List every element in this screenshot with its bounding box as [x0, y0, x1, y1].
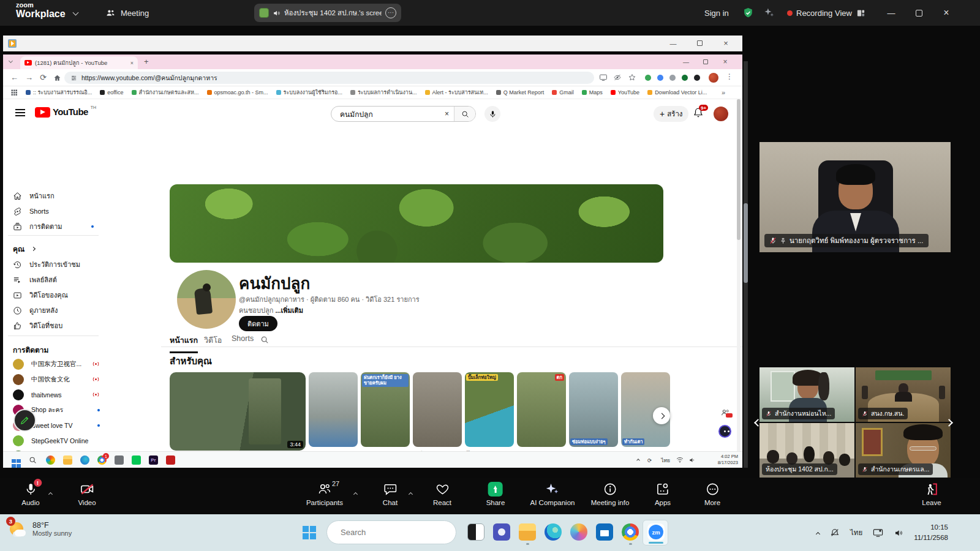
- video-thumbnail[interactable]: ฝนตกเราก็ยังมี ยางขายครับผม: [361, 372, 410, 447]
- channel-description[interactable]: คนชอบปลูก ...เพิ่มเติม: [239, 305, 303, 316]
- channel-tab-shorts[interactable]: Shorts: [232, 334, 254, 348]
- language-indicator[interactable]: ไทย: [661, 452, 670, 468]
- scrollbar-thumb[interactable]: [744, 203, 748, 283]
- participant-video[interactable]: สนง.กษ.สน.: [856, 367, 951, 422]
- apps-grid-icon[interactable]: [10, 89, 18, 96]
- bookmark-item[interactable]: Q Market Report: [496, 89, 545, 96]
- file-explorer-icon[interactable]: [519, 523, 536, 541]
- video-button[interactable]: Video: [78, 481, 96, 506]
- address-bar[interactable]: https://www.youtube.com/@คนมักปลูกมุกดาห…: [64, 72, 594, 84]
- subscription-channel[interactable]: 中国东方卫视官...: [8, 356, 100, 372]
- new-tab-button[interactable]: +: [144, 57, 149, 66]
- video-card[interactable]: 3:44 ทำหมวกกันฝนต้นยางพารา ⋮ การดู 2 พัน…: [170, 372, 306, 451]
- chat-button[interactable]: Chat: [383, 481, 398, 506]
- bookmark-item[interactable]: :: ระบบงานสารบรรณอิ...: [26, 88, 92, 97]
- cast-icon[interactable]: [873, 528, 883, 538]
- youtube-search-bar[interactable]: ×: [331, 106, 476, 122]
- back-button[interactable]: ←: [10, 73, 18, 82]
- video-card[interactable]: ทำหมวกกันฝน ให้ต้น... ⋮ การดู 6.1 พัน คร…: [309, 372, 358, 451]
- sidebar-item-your-videos[interactable]: วิดีโอของคุณ: [8, 288, 100, 302]
- video-thumbnail[interactable]: ตก: [517, 372, 566, 447]
- task-view-button[interactable]: [467, 523, 484, 541]
- react-button[interactable]: React: [433, 481, 451, 506]
- acrobat-icon[interactable]: [166, 455, 175, 465]
- site-settings-icon[interactable]: [70, 75, 77, 81]
- view-button[interactable]: View: [835, 0, 865, 26]
- tab-close-icon[interactable]: ×: [130, 60, 134, 66]
- bookmark-item[interactable]: YouTube: [611, 89, 639, 96]
- start-icon[interactable]: [12, 459, 21, 468]
- ai-companion-button[interactable]: AI Companion: [530, 481, 575, 506]
- participant-video[interactable]: สำนักงานเกษตรแล...: [856, 423, 951, 478]
- notifications-button[interactable]: 9+: [693, 107, 704, 121]
- participants-menu-caret[interactable]: [354, 487, 357, 498]
- bookmark-item[interactable]: Alert - ระบบสารสนเท...: [425, 88, 488, 97]
- video-card[interactable]: เครื่องกรีดยาง ไฟฟ้า ⋮ การดู 1.3 หมื่น ค…: [413, 372, 462, 451]
- voice-search-button[interactable]: [484, 106, 500, 122]
- shared-clock[interactable]: 4:02 PM8/17/2023: [718, 454, 738, 466]
- video-card[interactable]: ซ่อมท่อแบบง่ายๆ ซ่อมท่อแบบ ง่ายๆ ⋮ การดู…: [569, 372, 618, 451]
- copilot-icon[interactable]: [46, 455, 55, 465]
- wifi-icon[interactable]: [676, 457, 684, 463]
- sidebar-item-watch-later[interactable]: ดูภายหลัง: [8, 303, 100, 318]
- participant-video[interactable]: สำนักงานหม่อนไห...: [760, 367, 854, 422]
- carousel-next-button[interactable]: [653, 407, 670, 424]
- share-button[interactable]: Share: [486, 481, 505, 506]
- tab-shared-screen[interactable]: ห้องประชุม 1402 สป.กษ.'s screen ···: [254, 4, 401, 22]
- weather-widget[interactable]: 3 88°F Mostly sunny: [9, 520, 72, 538]
- tray-expand-icon[interactable]: [637, 452, 639, 468]
- tab-options-icon[interactable]: ···: [385, 7, 396, 18]
- apps-button[interactable]: Apps: [655, 481, 671, 506]
- zoom-app-icon[interactable]: zm: [643, 520, 668, 545]
- subscription-channel[interactable]: 中国饮食文化: [8, 372, 100, 387]
- gallery-prev-button[interactable]: [752, 409, 763, 436]
- subscription-channel[interactable]: thaitvnews: [8, 387, 100, 402]
- bookmark-item[interactable]: Maps: [582, 89, 603, 96]
- teams-icon[interactable]: [493, 523, 510, 541]
- browser-close-button[interactable]: ×: [716, 56, 734, 68]
- profile-avatar[interactable]: [709, 73, 718, 83]
- edge-icon[interactable]: [545, 523, 562, 541]
- sidebar-item-subscriptions[interactable]: การติดตาม: [8, 219, 100, 234]
- chrome-icon[interactable]: 1: [97, 455, 107, 465]
- channel-search-icon[interactable]: [260, 335, 269, 344]
- sidebar-item-shorts[interactable]: Shorts: [8, 204, 100, 219]
- create-button[interactable]: + สร้าง: [654, 106, 688, 122]
- bookmark-item[interactable]: Download Vector Li...: [647, 89, 707, 96]
- youtube-logo[interactable]: YouTube TH: [35, 107, 96, 118]
- maximize-button[interactable]: [905, 0, 932, 26]
- bookmark-item[interactable]: ระบบผลการดำเนินงาน...: [350, 88, 417, 97]
- video-thumbnail[interactable]: ปั๊มเล็กท่อใหญ่: [465, 372, 514, 447]
- video-thumbnail[interactable]: [309, 372, 358, 447]
- taskbar-clock[interactable]: 10:1511/11/2568: [914, 522, 948, 544]
- file-explorer-icon[interactable]: [63, 455, 72, 465]
- close-button[interactable]: ×: [933, 0, 960, 26]
- leave-button[interactable]: Leave: [922, 481, 941, 506]
- bookmark-item[interactable]: Gmail: [552, 89, 574, 96]
- sidebar-item-playlists[interactable]: เพลย์ลิสต์: [8, 272, 100, 287]
- video-thumbnail[interactable]: ซ่อมท่อแบบง่ายๆ: [569, 372, 618, 447]
- participants-button[interactable]: 27 Participants: [306, 481, 343, 506]
- extension-icon[interactable]: [682, 75, 688, 81]
- copilot-icon[interactable]: [570, 523, 587, 541]
- browser-maximize-button[interactable]: [696, 56, 715, 68]
- extension-icon[interactable]: [645, 75, 651, 81]
- minimize-button[interactable]: —: [878, 0, 905, 26]
- video-card[interactable]: ปั๊มเล็กท่อใหญ่ ปั๊มเล็กท่อ ใหญ่น้ำเยอะ.…: [465, 372, 514, 451]
- annotate-button[interactable]: [13, 409, 36, 432]
- bell-off-icon[interactable]: [830, 528, 840, 538]
- tab-meeting[interactable]: Meeting: [105, 0, 149, 26]
- search-input[interactable]: [331, 110, 440, 118]
- extension-icon[interactable]: [657, 75, 663, 81]
- bookmark-item[interactable]: opsmoac.go.th - Sm...: [207, 89, 268, 96]
- browser-minimize-button[interactable]: —: [677, 56, 695, 68]
- channel-tab-videos[interactable]: วิดีโอ: [204, 334, 222, 351]
- sidebar-item-you[interactable]: คุณ: [8, 241, 100, 256]
- app-maximize-button[interactable]: [688, 36, 711, 51]
- browser-menu-icon[interactable]: ⋮: [726, 72, 733, 81]
- forward-button[interactable]: →: [25, 73, 33, 82]
- language-indicator[interactable]: ไทย: [850, 527, 862, 538]
- line-icon[interactable]: [132, 455, 141, 465]
- app-minimize-button[interactable]: —: [662, 36, 685, 51]
- reload-button[interactable]: ⟳: [40, 73, 47, 82]
